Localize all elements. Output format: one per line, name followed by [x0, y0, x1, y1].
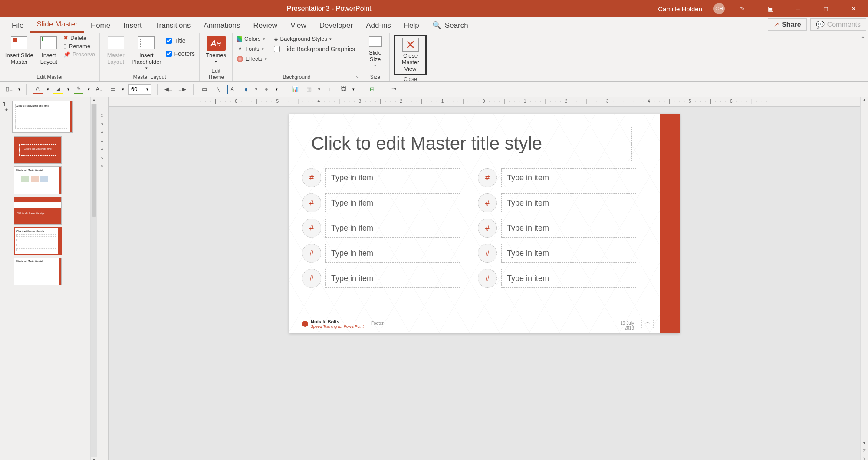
- prev-slide-icon[interactable]: ⊼: [863, 448, 866, 456]
- outline-button[interactable]: ✎: [74, 85, 83, 94]
- hash-placeholder[interactable]: #: [302, 244, 321, 263]
- tab-animations[interactable]: Animations: [197, 18, 247, 33]
- hash-placeholder[interactable]: #: [302, 193, 321, 212]
- crop-button[interactable]: ⟂: [325, 85, 334, 94]
- slide-canvas[interactable]: Click to edit Master title style #Type i…: [289, 114, 680, 333]
- align-button[interactable]: ⌷≡: [4, 85, 14, 94]
- rectangle-shape-button[interactable]: ▭: [200, 85, 209, 94]
- line-shape-button[interactable]: ╲: [214, 85, 223, 94]
- item-placeholder[interactable]: Type in item: [326, 219, 460, 238]
- tab-transitions[interactable]: Transitions: [148, 18, 197, 33]
- tab-developer[interactable]: Developer: [313, 18, 360, 33]
- thumbnail-scrollbar[interactable]: ▴ ▾: [90, 97, 97, 460]
- hash-placeholder[interactable]: #: [302, 168, 321, 187]
- arrange-button[interactable]: ▭: [108, 85, 118, 94]
- more-button[interactable]: ≡▾: [389, 85, 399, 94]
- minimize-button[interactable]: ─: [788, 0, 808, 17]
- scroll-down-icon[interactable]: ▾: [863, 440, 865, 448]
- insert-slide-master-button[interactable]: Insert Slide Master: [4, 35, 34, 65]
- dialog-launcher-icon[interactable]: ↘: [355, 75, 359, 79]
- item-placeholder[interactable]: Type in item: [326, 168, 460, 187]
- item-placeholder[interactable]: Type in item: [501, 269, 636, 288]
- tab-addins[interactable]: Add-ins: [359, 18, 398, 33]
- tab-file[interactable]: File: [5, 18, 30, 33]
- slide-number-placeholder[interactable]: ‹#›: [641, 320, 654, 328]
- search-box[interactable]: 🔍 Search: [426, 17, 475, 33]
- colors-button[interactable]: Colors ▾: [237, 36, 267, 42]
- item-placeholder[interactable]: Type in item: [501, 168, 636, 187]
- vertical-ruler: 3 2 1 0 1 2 3: [97, 97, 108, 460]
- item-placeholder[interactable]: Type in item: [326, 193, 460, 212]
- item-placeholder[interactable]: Type in item: [501, 193, 636, 212]
- tab-insert[interactable]: Insert: [117, 18, 148, 33]
- effects-button[interactable]: Effects ▾: [237, 55, 267, 62]
- footers-checkbox[interactable]: Footers: [166, 50, 195, 57]
- sort-button[interactable]: A↓: [94, 85, 104, 94]
- item-placeholder[interactable]: Type in item: [501, 244, 636, 263]
- tab-help[interactable]: Help: [398, 18, 426, 33]
- hide-bg-graphics-checkbox[interactable]: Hide Background Graphics: [274, 46, 355, 52]
- indent-decrease-button[interactable]: ◀≡: [164, 85, 173, 94]
- highlight-button[interactable]: ◢: [53, 85, 63, 94]
- chart-button[interactable]: 📊: [290, 85, 300, 94]
- ruler-button[interactable]: ⊞: [367, 85, 377, 94]
- hash-placeholder[interactable]: #: [478, 193, 497, 212]
- font-size-input[interactable]: 60▾: [128, 84, 151, 95]
- collapse-ribbon-icon[interactable]: ⌃: [861, 36, 865, 42]
- slide-size-button[interactable]: Slide Size ▾: [365, 35, 385, 68]
- tab-view[interactable]: View: [284, 18, 313, 33]
- tab-home[interactable]: Home: [84, 18, 117, 33]
- hash-placeholder[interactable]: #: [478, 219, 497, 238]
- close-master-view-button[interactable]: ✕ Close Master View: [394, 35, 427, 75]
- close-button[interactable]: ✕: [844, 0, 864, 17]
- scroll-up-icon[interactable]: ▴: [93, 97, 95, 104]
- thumbnail-layout-2[interactable]: Click to edit Master title style: [14, 166, 62, 194]
- share-button[interactable]: ↗ Share: [768, 18, 806, 31]
- delete-button[interactable]: ✖Delete: [63, 35, 95, 41]
- title-placeholder[interactable]: Click to edit Master title style: [302, 127, 632, 161]
- circle-shape-button[interactable]: ●: [262, 85, 271, 94]
- next-slide-icon[interactable]: ⊻: [863, 456, 866, 460]
- hash-placeholder[interactable]: #: [478, 269, 497, 288]
- comments-button[interactable]: 💬 Comments: [810, 18, 866, 31]
- indent-increase-button[interactable]: ≡▶: [178, 85, 187, 94]
- hash-placeholder[interactable]: #: [478, 244, 497, 263]
- maximize-button[interactable]: ◻: [816, 0, 836, 17]
- item-placeholder[interactable]: Type in item: [326, 269, 460, 288]
- thumbnail-master[interactable]: Click to edit Master title style: [12, 101, 73, 133]
- item-placeholder[interactable]: Type in item: [501, 219, 636, 238]
- footer-placeholder[interactable]: Footer: [368, 320, 602, 328]
- insert-placeholder-button[interactable]: Insert Placeholder ▾: [130, 35, 163, 70]
- item-placeholder[interactable]: Type in item: [326, 244, 460, 263]
- themes-icon: Aa: [207, 36, 226, 51]
- rename-button[interactable]: ⌷Rename: [63, 43, 95, 49]
- tab-slide-master[interactable]: Slide Master: [30, 16, 84, 33]
- insert-layout-button[interactable]: + Insert Layout: [37, 35, 61, 65]
- thumbnail-layout-5[interactable]: Click to edit Master title style: [14, 258, 62, 285]
- hash-placeholder[interactable]: #: [302, 269, 321, 288]
- background-styles-button[interactable]: ◈Background Styles ▾: [274, 36, 355, 42]
- user-name[interactable]: Camille Holden: [658, 5, 702, 13]
- thumbnail-layout-4-selected[interactable]: Click to edit Master title style: [14, 227, 62, 255]
- hash-placeholder[interactable]: #: [302, 219, 321, 238]
- scroll-down-icon[interactable]: ▾: [93, 457, 95, 460]
- themes-button[interactable]: Aa Themes ▾: [204, 35, 228, 64]
- ribbon-display-icon[interactable]: ▣: [760, 0, 780, 17]
- avatar[interactable]: CH: [713, 3, 725, 14]
- date-placeholder[interactable]: 19 July 2019: [607, 320, 637, 328]
- rounded-shape-button[interactable]: ◖: [241, 85, 251, 94]
- tab-review[interactable]: Review: [247, 18, 284, 33]
- title-checkbox[interactable]: Title: [166, 37, 195, 44]
- picture-button[interactable]: 🖼: [339, 85, 348, 94]
- scroll-up-icon[interactable]: ▴: [863, 97, 865, 105]
- table-button[interactable]: ▦: [304, 85, 314, 94]
- scrollbar-thumb[interactable]: [92, 104, 96, 217]
- hash-placeholder[interactable]: #: [478, 168, 497, 187]
- font-color-button[interactable]: A: [33, 85, 43, 94]
- thumbnail-layout-1[interactable]: Click to edit Master title style: [14, 136, 62, 164]
- fonts-button[interactable]: AFonts ▾: [237, 46, 267, 52]
- pen-icon[interactable]: ✎: [733, 0, 753, 17]
- editor-scrollbar-vertical[interactable]: ▴ ▾ ⊼ ⊻: [860, 97, 868, 460]
- thumbnail-layout-3[interactable]: Click to edit Master title style: [14, 197, 62, 225]
- textbox-button[interactable]: A: [227, 85, 237, 94]
